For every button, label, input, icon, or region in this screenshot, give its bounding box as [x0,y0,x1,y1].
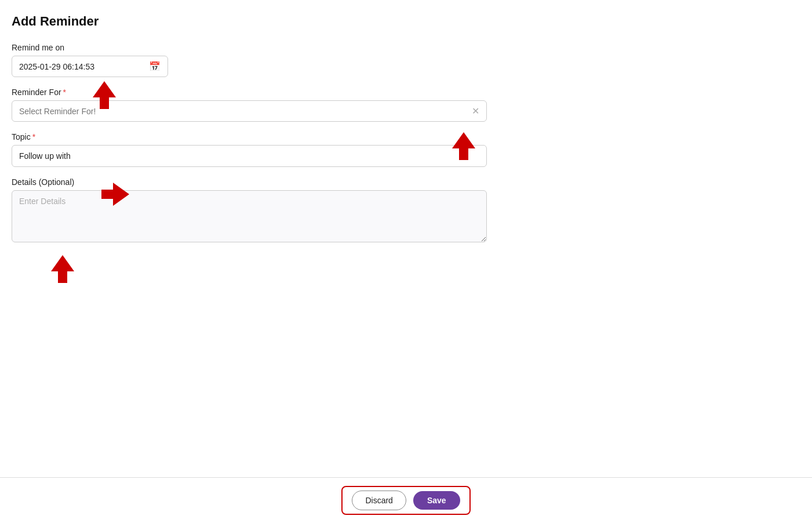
date-input-wrapper[interactable]: 📅 [12,56,168,77]
reminder-for-label: Reminder For * [12,88,800,97]
page-container: Add Reminder Remind me on 📅 Reminder For… [0,0,812,523]
svg-marker-3 [51,255,74,283]
details-group: Details (Optional) [12,177,800,245]
footer-bar: Discard Save [0,477,812,523]
remind-me-on-label: Remind me on [12,43,800,52]
reminder-for-input[interactable] [19,107,472,116]
topic-input[interactable] [12,145,487,167]
save-button[interactable]: Save [413,491,460,510]
footer-highlight: Discard Save [341,486,470,515]
arrow-details [51,255,74,285]
topic-required-star: * [32,132,35,141]
topic-group: Topic * [12,132,800,167]
details-label: Details (Optional) [12,177,800,187]
topic-label: Topic * [12,132,800,141]
discard-button[interactable]: Discard [352,491,406,510]
date-input[interactable] [19,62,149,71]
calendar-icon[interactable]: 📅 [149,61,161,72]
clear-icon[interactable]: ✕ [472,106,479,117]
remind-me-on-group: Remind me on 📅 [12,43,800,77]
page-title: Add Reminder [12,14,800,29]
form-area: Add Reminder Remind me on 📅 Reminder For… [0,0,812,477]
reminder-for-wrapper[interactable]: ✕ [12,100,487,122]
required-star: * [63,88,66,97]
details-textarea[interactable] [12,190,487,242]
reminder-for-group: Reminder For * ✕ [12,88,800,122]
